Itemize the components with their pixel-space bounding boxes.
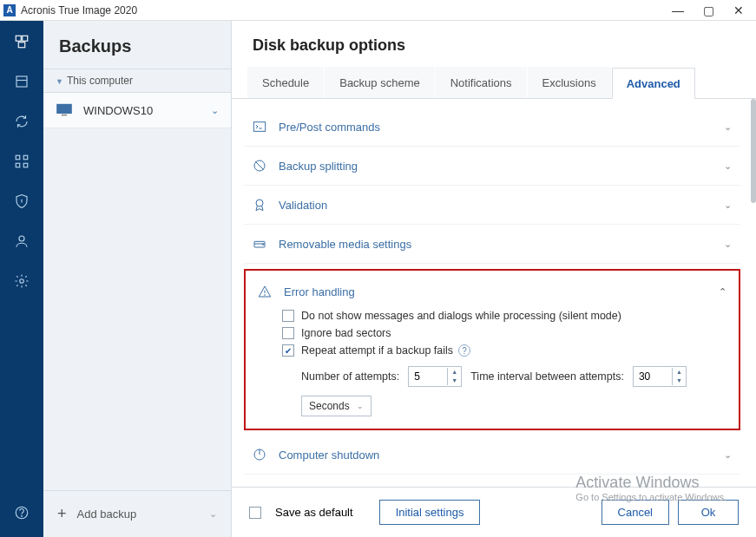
label-repeat-attempt: Repeat attempt if a backup fails	[301, 344, 453, 357]
chevron-down-icon: ⌄	[724, 121, 732, 133]
chevron-down-icon: ⌄	[724, 200, 732, 211]
accordion-validation[interactable]: Validation⌄	[244, 186, 740, 225]
nav-backup-icon[interactable]	[13, 33, 30, 50]
label-ignore-bad-sectors: Ignore bad sectors	[301, 327, 391, 339]
titlebar: A Acronis True Image 2020 — ▢ ✕	[0, 0, 756, 21]
nav-help-icon[interactable]	[13, 504, 30, 521]
checkbox-repeat-attempt[interactable]	[282, 344, 294, 357]
close-button[interactable]: ✕	[733, 3, 744, 17]
label-attempts: Number of attempts:	[301, 370, 399, 383]
svg-point-13	[22, 515, 23, 516]
svg-point-10	[19, 236, 24, 241]
power-icon	[253, 448, 266, 462]
svg-rect-3	[16, 76, 27, 87]
svg-rect-14	[56, 104, 72, 114]
backup-item-windows10[interactable]: WINDOWS10 ⌄	[43, 93, 231, 128]
accordion-error-handling[interactable]: Error handling ⌃	[258, 276, 726, 307]
spinner-down[interactable]: ▼	[673, 377, 686, 385]
checkbox-silent-mode[interactable]	[282, 310, 294, 322]
nav-column	[0, 21, 43, 537]
spinner-up[interactable]: ▲	[448, 368, 461, 377]
app-icon: A	[3, 4, 16, 16]
accordion-removable[interactable]: Removable media settings⌄	[244, 225, 740, 264]
chevron-down-icon: ⌄	[350, 402, 364, 410]
accordion-splitting[interactable]: Backup splitting⌄	[244, 147, 740, 186]
nav-tools-icon[interactable]	[13, 153, 30, 170]
warning-icon	[258, 285, 272, 298]
side-panel: Backups ▼This computer WINDOWS10 ⌄ + Add…	[43, 21, 232, 537]
tab-backup-scheme[interactable]: Backup scheme	[325, 67, 435, 98]
nav-settings-icon[interactable]	[13, 272, 30, 290]
ok-button[interactable]: Ok	[678, 500, 739, 525]
page-title: Disk backup options	[232, 21, 756, 67]
content-area: Pre/Post commands⌄ Backup splitting⌄ Val…	[232, 99, 756, 487]
svg-rect-2	[18, 43, 25, 48]
nav-sync-icon[interactable]	[13, 113, 30, 130]
accordion-performance[interactable]: Performance⌄	[244, 475, 740, 487]
svg-rect-16	[253, 122, 265, 132]
monitor-icon	[56, 103, 73, 117]
select-time-unit[interactable]: Seconds ⌄	[301, 396, 371, 416]
tab-notifications[interactable]: Notifications	[436, 67, 527, 98]
checkbox-save-default[interactable]	[249, 507, 261, 519]
tab-schedule[interactable]: Schedule	[247, 67, 324, 98]
maximize-button[interactable]: ▢	[703, 3, 714, 17]
input-attempts[interactable]	[409, 367, 447, 386]
spinner-interval[interactable]: ▲▼	[633, 366, 687, 387]
initial-settings-button[interactable]: Initial settings	[379, 500, 481, 525]
svg-point-25	[265, 295, 266, 296]
checkbox-ignore-bad-sectors[interactable]	[282, 327, 294, 339]
collapse-icon: ▼	[56, 77, 63, 86]
side-heading: Backups	[43, 21, 231, 69]
nav-archive-icon[interactable]	[13, 73, 30, 90]
svg-point-20	[256, 200, 263, 206]
chevron-down-icon: ⌄	[209, 508, 217, 520]
add-backup-button[interactable]: + Add backup ⌄	[43, 490, 231, 537]
drive-icon	[253, 237, 266, 251]
side-section-header[interactable]: ▼This computer	[43, 69, 231, 93]
info-icon[interactable]: ?	[458, 344, 470, 357]
split-icon	[253, 159, 266, 173]
app-title: Acronis True Image 2020	[21, 4, 137, 16]
tab-exclusions[interactable]: Exclusions	[528, 67, 611, 98]
label-save-default: Save as default	[275, 506, 353, 519]
tab-advanced[interactable]: Advanced	[612, 68, 695, 99]
nav-protection-icon[interactable]	[13, 193, 30, 210]
svg-line-19	[255, 161, 263, 169]
svg-rect-7	[16, 163, 20, 167]
backup-item-label: WINDOWS10	[83, 104, 153, 117]
svg-rect-1	[23, 36, 28, 41]
error-handling-section: Error handling ⌃ Do not show messages an…	[244, 269, 740, 430]
svg-rect-6	[23, 155, 28, 160]
terminal-icon	[253, 120, 266, 134]
minimize-button[interactable]: —	[672, 3, 684, 17]
spinner-down[interactable]: ▼	[448, 377, 461, 385]
label-interval: Time interval between attempts:	[470, 370, 624, 383]
nav-account-icon[interactable]	[13, 232, 30, 250]
chevron-down-icon: ⌄	[724, 160, 732, 172]
label-silent-mode: Do not show messages and dialogs while p…	[301, 310, 621, 322]
chevron-up-icon: ⌃	[719, 286, 726, 298]
tabs: Schedule Backup scheme Notifications Exc…	[232, 67, 756, 99]
svg-rect-15	[62, 115, 67, 116]
chevron-down-icon: ⌄	[211, 105, 219, 116]
ribbon-icon	[253, 198, 266, 212]
accordion-shutdown[interactable]: Computer shutdown⌄	[244, 435, 740, 475]
chevron-down-icon: ⌄	[724, 449, 732, 461]
spinner-up[interactable]: ▲	[673, 368, 686, 377]
footer: Save as default Initial settings Cancel …	[232, 487, 756, 537]
cancel-button[interactable]: Cancel	[602, 500, 669, 525]
svg-point-11	[20, 279, 24, 284]
svg-rect-8	[23, 163, 28, 167]
chevron-down-icon: ⌄	[724, 239, 732, 250]
plus-icon: +	[57, 505, 67, 523]
spinner-attempts[interactable]: ▲▼	[408, 366, 462, 387]
main-panel: Disk backup options Schedule Backup sche…	[232, 21, 756, 537]
svg-rect-0	[16, 36, 21, 41]
accordion-prepost[interactable]: Pre/Post commands⌄	[244, 108, 740, 147]
scrollbar[interactable]	[751, 99, 756, 203]
input-interval[interactable]	[634, 367, 672, 386]
svg-rect-5	[16, 155, 20, 160]
